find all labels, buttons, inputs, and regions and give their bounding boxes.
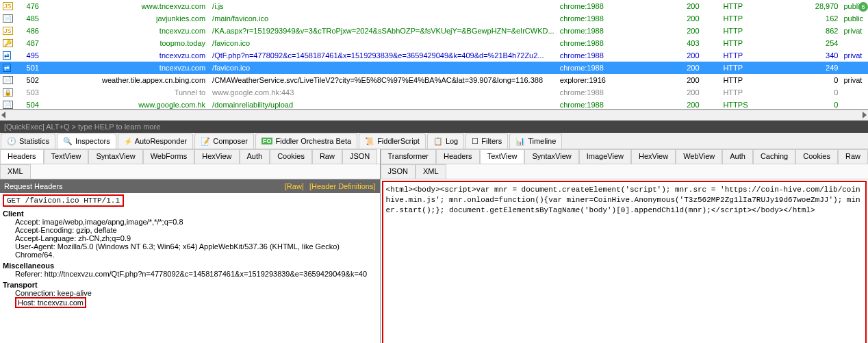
fo-icon: FO: [261, 138, 273, 144]
row-icon: ⇄: [0, 62, 16, 74]
subtab-syntaxview[interactable]: SyntaxView: [88, 149, 142, 164]
table-row[interactable]: JS476www.tncexvzu.com/i.jschrome:1988200…: [0, 0, 868, 12]
badge-notify: 6: [858, 2, 868, 12]
session-cache: [841, 37, 868, 49]
header-line: Accept: image/webp,image/apng,image/*,*/…: [3, 218, 377, 226]
table-row[interactable]: 🔑487toopmo.today/favicon.icochrome:19884…: [0, 37, 868, 49]
edit-icon: 📝: [201, 137, 210, 146]
session-size: 0: [806, 86, 841, 99]
tab-autoresponder[interactable]: ⚡AutoResponder: [118, 134, 193, 149]
session-host: tncexvzu.com: [42, 25, 209, 37]
subtab-resp-imageview[interactable]: ImageView: [579, 149, 631, 164]
response-textview[interactable]: <html><body><script>var mnr = document.c…: [382, 181, 867, 343]
table-row[interactable]: 🔒503Tunnel towww.google.com.hk:443chrome…: [0, 86, 868, 99]
header-line: Accept-Language: zh-CN,zh;q=0.9: [3, 234, 377, 242]
session-host: weather.tile.appex.cn.bing.com: [42, 74, 209, 86]
request-pane: HeadersTextViewSyntaxViewWebFormsHexView…: [0, 149, 381, 343]
session-url: /domainreliability/upload: [209, 99, 557, 110]
session-result: 200: [684, 86, 720, 99]
row-icon: ⇄: [0, 49, 16, 62]
subtab-textview[interactable]: TextView: [44, 149, 89, 164]
subtab-json-right[interactable]: JSON: [381, 164, 416, 179]
subtab-headers[interactable]: Headers: [0, 149, 44, 164]
tab-filters[interactable]: ☐Filters: [465, 134, 508, 149]
table-row[interactable]: 📄504www.google.com.hk/domainreliability/…: [0, 99, 868, 110]
session-url: /main/favicon.ico: [209, 12, 557, 25]
session-url: /favicon.ico: [209, 62, 557, 74]
timeline-icon: 📊: [515, 137, 525, 146]
session-id: 476: [16, 0, 42, 12]
table-row[interactable]: ⇄501tncexvzu.com/favicon.icochrome:19882…: [0, 62, 868, 74]
tab-composer[interactable]: 📝Composer: [194, 134, 254, 149]
row-icon: 🔑: [0, 37, 16, 49]
request-line: GET /favicon.ico HTTP/1.1: [3, 194, 124, 207]
session-url: /favicon.ico: [209, 37, 557, 49]
session-url: /KA.aspx?r=1519293949&v=3&cTRoPjxw=2024&…: [209, 25, 557, 37]
tab-fiddlerscript[interactable]: 📜FiddlerScript: [359, 134, 426, 149]
subtab-resp-syntaxview[interactable]: SyntaxView: [524, 149, 578, 164]
session-id: 502: [16, 74, 42, 86]
subtab-auth[interactable]: Auth: [240, 149, 270, 164]
session-size: 28,970: [806, 0, 841, 12]
session-result: 200: [684, 25, 720, 37]
sessions-grid[interactable]: JS476www.tncexvzu.com/i.jschrome:1988200…: [0, 0, 868, 110]
session-process: chrome:1988: [557, 0, 685, 12]
session-host: tncexvzu.com: [42, 62, 209, 74]
session-id: 501: [16, 62, 42, 74]
session-process: chrome:1988: [557, 86, 685, 99]
session-cache: [841, 86, 868, 99]
horizontal-scrollbar[interactable]: [0, 110, 868, 120]
subtab-xml-right[interactable]: XML: [416, 164, 446, 179]
subtab-raw[interactable]: Raw: [312, 149, 342, 164]
subtab-webforms[interactable]: WebForms: [143, 149, 195, 164]
response-pane: TransformerHeadersTextViewSyntaxViewImag…: [381, 149, 868, 343]
subtab-resp-transformer[interactable]: Transformer: [381, 149, 437, 164]
tab-timeline[interactable]: 📊Timeline: [509, 134, 562, 149]
session-protocol: HTTP: [720, 25, 806, 37]
tab-orchestra[interactable]: FOFiddler Orchestra Beta: [255, 134, 357, 149]
subtab-resp-auth[interactable]: Auth: [722, 149, 753, 164]
request-subtabs: HeadersTextViewSyntaxViewWebFormsHexView…: [0, 149, 380, 164]
subtab-xml-left[interactable]: XML: [0, 164, 31, 179]
session-result: 200: [684, 74, 720, 86]
session-id: 504: [16, 99, 42, 110]
subtab-resp-raw[interactable]: Raw: [838, 149, 868, 164]
session-protocol: HTTPS: [720, 99, 806, 110]
subtab-resp-caching[interactable]: Caching: [753, 149, 795, 164]
row-icon: 📄: [0, 99, 16, 110]
table-row[interactable]: 📄485javjunkies.com/main/favicon.icochrom…: [0, 12, 868, 25]
tab-log[interactable]: 📋Log: [427, 134, 464, 149]
lightning-icon: ⚡: [124, 138, 132, 145]
subtab-hexview[interactable]: HexView: [194, 149, 239, 164]
row-icon: 📄: [0, 12, 16, 25]
tab-inspectors[interactable]: 🔍Inspectors: [57, 134, 116, 149]
subtab-resp-cookies[interactable]: Cookies: [795, 149, 838, 164]
request-headers-body[interactable]: GET /favicon.ico HTTP/1.1 ClientAccept: …: [0, 193, 380, 343]
session-cache: privat: [841, 49, 868, 62]
log-icon: 📋: [433, 137, 443, 146]
header-group: Transport: [3, 281, 377, 289]
subtab-resp-textview[interactable]: TextView: [480, 149, 525, 164]
header-line: Referer: http://tncexvzu.com/QtF.php?n=4…: [3, 270, 377, 278]
header-group: Client: [3, 209, 377, 218]
tab-statistics[interactable]: 🕐Statistics: [1, 134, 55, 149]
row-icon: JS: [0, 25, 16, 37]
table-row[interactable]: ⇄495tncexvzu.com/QtF.php?n=4778092&c=145…: [0, 49, 868, 62]
subtab-resp-headers[interactable]: Headers: [436, 149, 480, 164]
request-headers-bar: Request Headers [Raw][Header Definitions…: [0, 179, 380, 193]
table-row[interactable]: 📄502weather.tile.appex.cn.bing.com/CMAWe…: [0, 74, 868, 86]
session-result: 200: [684, 99, 720, 110]
session-protocol: HTTP: [720, 49, 806, 62]
header-line: Accept-Encoding: gzip, deflate: [3, 226, 377, 234]
raw-link[interactable]: [Raw]: [285, 182, 304, 190]
session-protocol: HTTP: [720, 62, 806, 74]
subtab-resp-webview[interactable]: WebView: [676, 149, 722, 164]
table-row[interactable]: JS486tncexvzu.com/KA.aspx?r=1519293949&v…: [0, 25, 868, 37]
session-cache: [841, 99, 868, 110]
session-protocol: HTTP: [720, 86, 806, 99]
subtab-json[interactable]: JSON: [342, 149, 377, 164]
header-definitions-link[interactable]: [Header Definitions]: [309, 182, 376, 190]
subtab-cookies[interactable]: Cookies: [270, 149, 312, 164]
quickexec-bar[interactable]: [QuickExec] ALT+Q > type HELP to learn m…: [0, 120, 868, 133]
subtab-resp-hexview[interactable]: HexView: [631, 149, 676, 164]
